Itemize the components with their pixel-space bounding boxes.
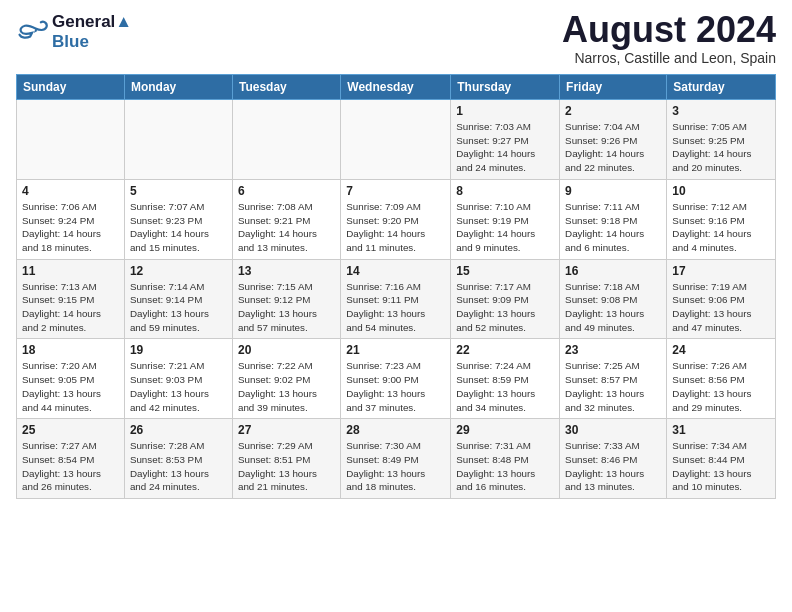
calendar-cell	[124, 100, 232, 180]
calendar-cell: 26Sunrise: 7:28 AM Sunset: 8:53 PM Dayli…	[124, 419, 232, 499]
calendar-cell: 27Sunrise: 7:29 AM Sunset: 8:51 PM Dayli…	[232, 419, 340, 499]
calendar-cell: 6Sunrise: 7:08 AM Sunset: 9:21 PM Daylig…	[232, 179, 340, 259]
calendar-cell: 24Sunrise: 7:26 AM Sunset: 8:56 PM Dayli…	[667, 339, 776, 419]
calendar-cell: 22Sunrise: 7:24 AM Sunset: 8:59 PM Dayli…	[451, 339, 560, 419]
day-info: Sunrise: 7:26 AM Sunset: 8:56 PM Dayligh…	[672, 359, 770, 414]
day-info: Sunrise: 7:29 AM Sunset: 8:51 PM Dayligh…	[238, 439, 335, 494]
calendar-cell: 11Sunrise: 7:13 AM Sunset: 9:15 PM Dayli…	[17, 259, 125, 339]
day-info: Sunrise: 7:15 AM Sunset: 9:12 PM Dayligh…	[238, 280, 335, 335]
header-wednesday: Wednesday	[341, 75, 451, 100]
calendar-cell: 29Sunrise: 7:31 AM Sunset: 8:48 PM Dayli…	[451, 419, 560, 499]
day-info: Sunrise: 7:13 AM Sunset: 9:15 PM Dayligh…	[22, 280, 119, 335]
day-info: Sunrise: 7:19 AM Sunset: 9:06 PM Dayligh…	[672, 280, 770, 335]
day-number: 14	[346, 264, 445, 278]
calendar-cell	[341, 100, 451, 180]
day-info: Sunrise: 7:16 AM Sunset: 9:11 PM Dayligh…	[346, 280, 445, 335]
day-number: 13	[238, 264, 335, 278]
day-number: 29	[456, 423, 554, 437]
calendar-cell: 28Sunrise: 7:30 AM Sunset: 8:49 PM Dayli…	[341, 419, 451, 499]
day-number: 20	[238, 343, 335, 357]
day-info: Sunrise: 7:27 AM Sunset: 8:54 PM Dayligh…	[22, 439, 119, 494]
calendar-cell: 8Sunrise: 7:10 AM Sunset: 9:19 PM Daylig…	[451, 179, 560, 259]
header-monday: Monday	[124, 75, 232, 100]
calendar-cell: 7Sunrise: 7:09 AM Sunset: 9:20 PM Daylig…	[341, 179, 451, 259]
calendar-cell: 13Sunrise: 7:15 AM Sunset: 9:12 PM Dayli…	[232, 259, 340, 339]
calendar-cell: 2Sunrise: 7:04 AM Sunset: 9:26 PM Daylig…	[560, 100, 667, 180]
calendar-cell: 14Sunrise: 7:16 AM Sunset: 9:11 PM Dayli…	[341, 259, 451, 339]
logo-icon	[16, 18, 48, 46]
day-number: 2	[565, 104, 661, 118]
day-number: 26	[130, 423, 227, 437]
day-number: 17	[672, 264, 770, 278]
day-number: 6	[238, 184, 335, 198]
day-number: 10	[672, 184, 770, 198]
day-info: Sunrise: 7:25 AM Sunset: 8:57 PM Dayligh…	[565, 359, 661, 414]
day-number: 24	[672, 343, 770, 357]
calendar-cell: 15Sunrise: 7:17 AM Sunset: 9:09 PM Dayli…	[451, 259, 560, 339]
day-info: Sunrise: 7:20 AM Sunset: 9:05 PM Dayligh…	[22, 359, 119, 414]
calendar-week-3: 18Sunrise: 7:20 AM Sunset: 9:05 PM Dayli…	[17, 339, 776, 419]
location: Narros, Castille and Leon, Spain	[562, 50, 776, 66]
day-info: Sunrise: 7:10 AM Sunset: 9:19 PM Dayligh…	[456, 200, 554, 255]
day-number: 21	[346, 343, 445, 357]
month-title: August 2024	[562, 12, 776, 48]
day-number: 4	[22, 184, 119, 198]
calendar-cell	[17, 100, 125, 180]
header-friday: Friday	[560, 75, 667, 100]
title-block: August 2024 Narros, Castille and Leon, S…	[562, 12, 776, 66]
day-info: Sunrise: 7:33 AM Sunset: 8:46 PM Dayligh…	[565, 439, 661, 494]
calendar-week-2: 11Sunrise: 7:13 AM Sunset: 9:15 PM Dayli…	[17, 259, 776, 339]
calendar-cell: 31Sunrise: 7:34 AM Sunset: 8:44 PM Dayli…	[667, 419, 776, 499]
logo: General▲ Blue	[16, 12, 132, 51]
header-thursday: Thursday	[451, 75, 560, 100]
day-number: 3	[672, 104, 770, 118]
header-saturday: Saturday	[667, 75, 776, 100]
day-info: Sunrise: 7:30 AM Sunset: 8:49 PM Dayligh…	[346, 439, 445, 494]
calendar-cell: 30Sunrise: 7:33 AM Sunset: 8:46 PM Dayli…	[560, 419, 667, 499]
calendar-cell: 12Sunrise: 7:14 AM Sunset: 9:14 PM Dayli…	[124, 259, 232, 339]
calendar-cell: 16Sunrise: 7:18 AM Sunset: 9:08 PM Dayli…	[560, 259, 667, 339]
day-info: Sunrise: 7:22 AM Sunset: 9:02 PM Dayligh…	[238, 359, 335, 414]
calendar-table: Sunday Monday Tuesday Wednesday Thursday…	[16, 74, 776, 499]
calendar-cell: 25Sunrise: 7:27 AM Sunset: 8:54 PM Dayli…	[17, 419, 125, 499]
calendar-cell	[232, 100, 340, 180]
day-number: 5	[130, 184, 227, 198]
day-info: Sunrise: 7:05 AM Sunset: 9:25 PM Dayligh…	[672, 120, 770, 175]
day-number: 7	[346, 184, 445, 198]
day-number: 15	[456, 264, 554, 278]
calendar-cell: 4Sunrise: 7:06 AM Sunset: 9:24 PM Daylig…	[17, 179, 125, 259]
header-tuesday: Tuesday	[232, 75, 340, 100]
day-info: Sunrise: 7:09 AM Sunset: 9:20 PM Dayligh…	[346, 200, 445, 255]
day-number: 18	[22, 343, 119, 357]
calendar-cell: 23Sunrise: 7:25 AM Sunset: 8:57 PM Dayli…	[560, 339, 667, 419]
day-number: 1	[456, 104, 554, 118]
calendar-week-0: 1Sunrise: 7:03 AM Sunset: 9:27 PM Daylig…	[17, 100, 776, 180]
day-info: Sunrise: 7:28 AM Sunset: 8:53 PM Dayligh…	[130, 439, 227, 494]
day-info: Sunrise: 7:14 AM Sunset: 9:14 PM Dayligh…	[130, 280, 227, 335]
day-number: 19	[130, 343, 227, 357]
calendar-cell: 19Sunrise: 7:21 AM Sunset: 9:03 PM Dayli…	[124, 339, 232, 419]
day-info: Sunrise: 7:04 AM Sunset: 9:26 PM Dayligh…	[565, 120, 661, 175]
day-info: Sunrise: 7:06 AM Sunset: 9:24 PM Dayligh…	[22, 200, 119, 255]
calendar-cell: 21Sunrise: 7:23 AM Sunset: 9:00 PM Dayli…	[341, 339, 451, 419]
day-number: 22	[456, 343, 554, 357]
day-info: Sunrise: 7:23 AM Sunset: 9:00 PM Dayligh…	[346, 359, 445, 414]
day-info: Sunrise: 7:07 AM Sunset: 9:23 PM Dayligh…	[130, 200, 227, 255]
calendar-cell: 5Sunrise: 7:07 AM Sunset: 9:23 PM Daylig…	[124, 179, 232, 259]
calendar-cell: 18Sunrise: 7:20 AM Sunset: 9:05 PM Dayli…	[17, 339, 125, 419]
calendar-cell: 17Sunrise: 7:19 AM Sunset: 9:06 PM Dayli…	[667, 259, 776, 339]
day-number: 11	[22, 264, 119, 278]
day-number: 9	[565, 184, 661, 198]
day-number: 25	[22, 423, 119, 437]
day-number: 16	[565, 264, 661, 278]
header-sunday: Sunday	[17, 75, 125, 100]
day-info: Sunrise: 7:24 AM Sunset: 8:59 PM Dayligh…	[456, 359, 554, 414]
day-number: 12	[130, 264, 227, 278]
page-header: General▲ Blue August 2024 Narros, Castil…	[16, 12, 776, 66]
day-info: Sunrise: 7:18 AM Sunset: 9:08 PM Dayligh…	[565, 280, 661, 335]
calendar-week-1: 4Sunrise: 7:06 AM Sunset: 9:24 PM Daylig…	[17, 179, 776, 259]
day-info: Sunrise: 7:08 AM Sunset: 9:21 PM Dayligh…	[238, 200, 335, 255]
day-number: 28	[346, 423, 445, 437]
day-info: Sunrise: 7:12 AM Sunset: 9:16 PM Dayligh…	[672, 200, 770, 255]
calendar-cell: 1Sunrise: 7:03 AM Sunset: 9:27 PM Daylig…	[451, 100, 560, 180]
